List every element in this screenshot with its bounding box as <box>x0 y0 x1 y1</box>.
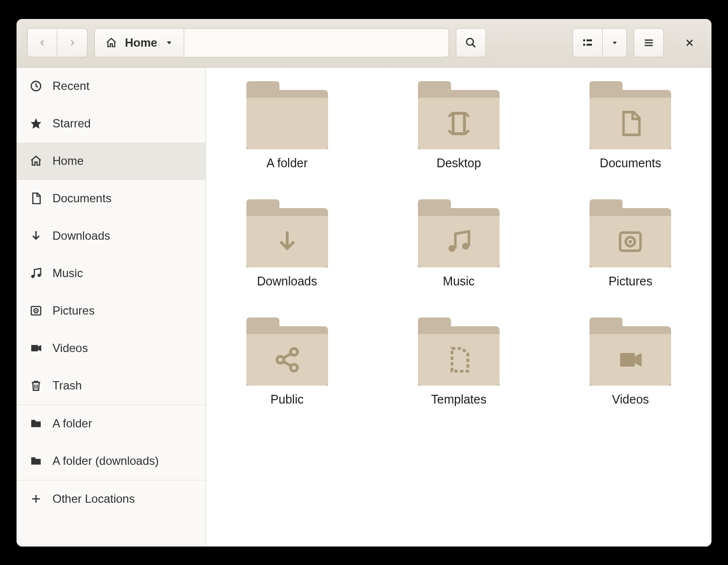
search-icon <box>465 37 477 49</box>
sidebar-item-recent[interactable]: Recent <box>17 68 206 105</box>
view-options-button[interactable] <box>603 28 627 57</box>
music-icon <box>29 267 43 280</box>
forward-button[interactable] <box>57 28 87 57</box>
folder-icon <box>418 81 500 149</box>
hamburger-menu-button[interactable] <box>634 28 664 57</box>
sidebar-item-label: Other Locations <box>52 492 135 506</box>
view-buttons <box>572 28 627 57</box>
folder-icon <box>246 81 328 149</box>
sidebar: Recent Starred Home Documents Downloads … <box>17 68 206 547</box>
folder-item[interactable]: Public <box>239 318 336 406</box>
folder-item[interactable]: A folder <box>239 81 336 170</box>
sidebar-item-label: A folder <box>52 417 92 430</box>
folder-label: Pictures <box>608 274 652 288</box>
folder-icon <box>29 417 43 430</box>
file-manager-window: Home Recent Starred Home <box>17 19 711 547</box>
folder-icon <box>29 455 43 467</box>
triangle-down-icon <box>165 39 173 47</box>
folder-icon <box>589 81 671 149</box>
sidebar-item-label: Downloads <box>52 229 110 243</box>
folder-icon <box>589 318 671 386</box>
folder-label: Documents <box>600 156 661 170</box>
svg-rect-5 <box>583 44 585 46</box>
sidebar-item-label: Home <box>52 154 84 168</box>
sidebar-item-documents[interactable]: Documents <box>17 180 206 217</box>
pictures-icon <box>29 304 43 317</box>
titlebar: Home <box>17 19 711 68</box>
folder-item[interactable]: Videos <box>582 318 679 406</box>
star-icon <box>29 117 43 130</box>
view-mode-button[interactable] <box>572 28 603 57</box>
sidebar-item-home[interactable]: Home <box>17 142 206 180</box>
trash-icon <box>29 379 43 392</box>
search-button[interactable] <box>456 28 486 57</box>
sidebar-item-label: Recent <box>52 79 89 93</box>
sidebar-item-label: Starred <box>52 117 91 130</box>
home-icon <box>29 155 43 167</box>
folder-item[interactable]: Pictures <box>582 199 679 288</box>
folder-item[interactable]: Templates <box>410 318 507 406</box>
content-view[interactable]: A folder Desktop Documents Downloads Mus… <box>206 68 711 547</box>
folder-item[interactable]: Music <box>410 199 507 288</box>
folder-item[interactable]: Documents <box>582 81 679 170</box>
folder-label: Public <box>271 392 304 406</box>
triangle-down-icon <box>611 39 618 46</box>
path-entry[interactable] <box>184 28 449 57</box>
window-body: Recent Starred Home Documents Downloads … <box>17 68 711 547</box>
path-location-label: Home <box>125 36 157 50</box>
folder-item[interactable]: Desktop <box>410 81 507 170</box>
window-close-button[interactable] <box>678 32 701 54</box>
hamburger-icon <box>643 37 654 48</box>
sidebar-bookmark[interactable]: A folder <box>17 405 206 442</box>
list-view-icon <box>582 37 593 49</box>
folder-item[interactable]: Downloads <box>239 199 336 288</box>
sidebar-item-label: Trash <box>52 379 82 392</box>
svg-marker-7 <box>612 42 616 44</box>
back-button[interactable] <box>27 28 57 57</box>
sidebar-item-label: Pictures <box>52 304 95 318</box>
nav-buttons <box>27 28 87 57</box>
folder-label: Desktop <box>436 156 481 170</box>
folder-label: Downloads <box>257 274 317 288</box>
download-icon <box>29 230 43 242</box>
plus-icon <box>29 493 43 505</box>
sidebar-item-pictures[interactable]: Pictures <box>17 292 206 330</box>
sidebar-item-videos[interactable]: Videos <box>17 330 206 367</box>
sidebar-bookmark[interactable]: A folder (downloads) <box>17 442 206 480</box>
sidebar-item-starred[interactable]: Starred <box>17 105 206 142</box>
folder-icon <box>246 318 328 386</box>
folder-icon <box>418 318 500 386</box>
svg-rect-4 <box>587 39 592 41</box>
sidebar-item-trash[interactable]: Trash <box>17 367 206 405</box>
path-location-button[interactable]: Home <box>94 28 184 57</box>
chevron-right-icon <box>68 38 77 48</box>
sidebar-item-downloads[interactable]: Downloads <box>17 217 206 255</box>
sidebar-item-label: Documents <box>52 192 111 205</box>
svg-marker-0 <box>167 41 171 44</box>
sidebar-item-label: Music <box>52 266 83 280</box>
folder-icon <box>246 199 328 267</box>
folder-label: Videos <box>612 392 649 406</box>
sidebar-item-label: Videos <box>52 341 88 355</box>
close-icon <box>685 38 694 48</box>
folder-grid: A folder Desktop Documents Downloads Mus… <box>230 81 687 406</box>
folder-label: Music <box>443 274 474 288</box>
svg-line-2 <box>472 44 475 47</box>
svg-rect-6 <box>587 44 592 46</box>
folder-label: A folder <box>266 156 308 170</box>
folder-label: Templates <box>431 392 486 406</box>
svg-point-1 <box>467 38 473 45</box>
sidebar-item-music[interactable]: Music <box>17 255 206 292</box>
videos-icon <box>29 342 43 354</box>
folder-icon <box>589 199 671 267</box>
path-bar: Home <box>94 28 449 57</box>
sidebar-item-label: A folder (downloads) <box>52 454 159 468</box>
home-icon <box>105 37 117 49</box>
document-icon <box>29 192 43 205</box>
chevron-left-icon <box>37 38 47 48</box>
folder-icon <box>418 199 500 267</box>
svg-rect-3 <box>583 39 585 41</box>
sidebar-other-locations[interactable]: Other Locations <box>17 480 206 518</box>
clock-icon <box>29 80 43 92</box>
